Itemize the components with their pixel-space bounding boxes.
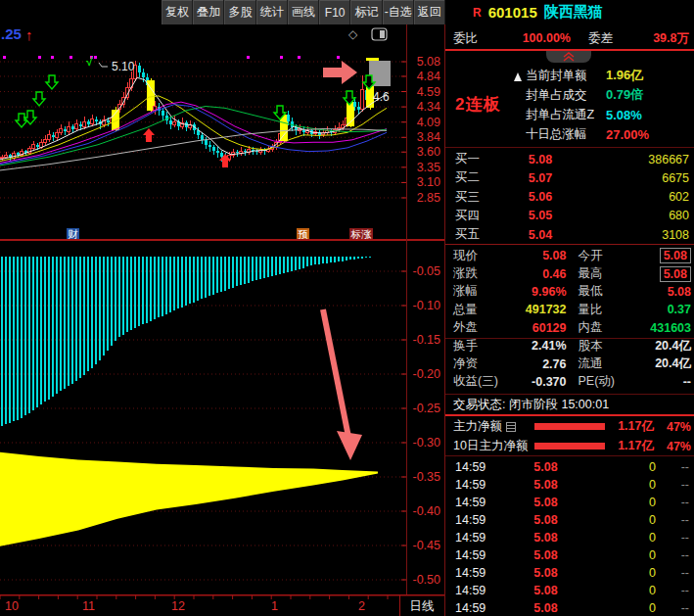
event-badge-label: 预 xyxy=(298,228,308,240)
value-axis-label: -0.05 xyxy=(413,264,441,278)
menu-button-3[interactable]: 多股 xyxy=(224,0,255,24)
quote-value: 431603 xyxy=(603,321,692,335)
bid-price: 5.06 xyxy=(506,190,575,204)
seal-value: 0.79倍 xyxy=(606,86,643,104)
quote-cell: 股本20.4亿 xyxy=(571,337,694,355)
candle-body xyxy=(353,102,356,106)
signal-dot xyxy=(298,56,301,59)
margin-flag: R xyxy=(473,6,482,20)
bid-price: 5.07 xyxy=(506,171,575,185)
tick-volume: 0 xyxy=(582,531,656,545)
quote-cell: 内盘431603 xyxy=(571,319,694,337)
value-axis-label: -0.35 xyxy=(413,470,441,484)
seal-label: 当前封单额 xyxy=(526,68,606,84)
quote-row: 涨幅9.96%最低5.08 xyxy=(445,283,694,301)
value-axis-label: -0.45 xyxy=(413,539,441,552)
candle-body xyxy=(212,147,215,151)
seal-info-row: 封单占流通Z5.08% xyxy=(526,105,642,124)
quote-value: 2.76 xyxy=(478,357,567,371)
tick-volume: 0 xyxy=(582,496,656,509)
seal-label: 封单占成交 xyxy=(526,87,606,104)
candle-body xyxy=(68,126,70,131)
main-net-10d-value: 1.17亿 xyxy=(605,438,654,454)
red-right-arrow xyxy=(323,61,357,84)
tick-price: 5.08 xyxy=(509,478,582,492)
quote-cell: 涨幅9.96% xyxy=(445,283,571,301)
quote-row: 外盘60129内盘431603 xyxy=(445,319,694,337)
tick-row: 14:595.080-- xyxy=(445,564,694,582)
period-label[interactable]: 日线 xyxy=(410,599,435,613)
main-net-10d-row: 10日主力净额 1.17亿 47% xyxy=(445,437,694,455)
quote-value: 0.37 xyxy=(603,303,692,316)
price-axis-label: 5.08 xyxy=(417,55,440,69)
seal-label: 封单占流通Z xyxy=(526,107,606,123)
candle-body xyxy=(32,145,35,149)
tick-volume: 0 xyxy=(582,584,656,597)
signal-dot xyxy=(51,56,54,59)
menu-button-6[interactable]: F10 xyxy=(319,0,350,24)
tick-type: -- xyxy=(656,478,689,492)
tick-price: 5.08 xyxy=(509,566,582,580)
candle-body xyxy=(220,153,223,157)
consecutive-board-badge: 2连板 xyxy=(455,93,500,116)
tick-volume: 0 xyxy=(582,601,656,615)
menu-button-8[interactable]: -自选 xyxy=(383,0,414,24)
divider xyxy=(445,394,694,395)
candle-body xyxy=(173,121,176,124)
candle-body xyxy=(36,145,39,147)
candle-body xyxy=(244,151,247,152)
menu-button-9[interactable]: 返回 xyxy=(414,0,445,24)
candle-body xyxy=(169,120,172,124)
tick-volume: 0 xyxy=(582,548,656,562)
menu-button-2[interactable]: 叠加 xyxy=(193,0,224,24)
price-axis-label: 4.34 xyxy=(417,100,440,114)
bid-label: 买二 xyxy=(455,169,506,186)
tick-price: 5.08 xyxy=(509,496,582,509)
trade-status-value: 闭市阶段 15:00:01 xyxy=(509,397,609,413)
candle-body xyxy=(79,124,82,126)
seal-info-row: 十日总涨幅27.00% xyxy=(526,124,649,144)
prev-close-label: 4.6 xyxy=(373,90,390,104)
seal-value: 5.08% xyxy=(606,108,642,122)
divider xyxy=(445,244,694,245)
candle-body xyxy=(64,129,67,131)
bid-row-1: 买一5.08386667 xyxy=(445,150,694,168)
menu-button-5[interactable]: 画线 xyxy=(288,0,319,24)
candle-body xyxy=(142,72,145,77)
quote-cell: 收益(三)-0.370 xyxy=(445,373,571,391)
tick-price: 5.08 xyxy=(509,531,582,545)
quote-cell: 最低5.08 xyxy=(571,283,694,301)
quote-cell: 涨跌0.46 xyxy=(445,264,571,282)
quote-label: 量比 xyxy=(578,302,603,318)
signal-dot xyxy=(337,56,340,59)
menu-button-4[interactable]: 统计 xyxy=(256,0,288,24)
quote-value: -- xyxy=(615,375,691,389)
candle-body xyxy=(107,120,110,122)
candle-body xyxy=(216,151,219,153)
trade-status-label: 交易状态: xyxy=(453,397,505,413)
quote-row: 现价5.08今开5.08 xyxy=(445,247,694,264)
tick-row: 14:595.080-- xyxy=(445,458,694,476)
bid-volume: 6675 xyxy=(575,171,689,185)
signal-dot xyxy=(280,56,283,59)
candle-body xyxy=(44,140,47,142)
event-badge-label: 财 xyxy=(68,228,78,240)
quote-label: 股本 xyxy=(578,338,603,355)
tick-time: 14:59 xyxy=(455,566,509,580)
weicha-label: 委差 xyxy=(571,30,637,47)
signal-dot xyxy=(69,56,72,59)
detail-list-icon[interactable] xyxy=(506,422,516,432)
bid-label: 买一 xyxy=(455,151,506,167)
quote-row: 总量491732量比0.37 xyxy=(445,301,694,318)
quote-label: 今开 xyxy=(578,248,603,264)
main-net-label: 主力净额 xyxy=(453,418,502,435)
kline-chart-area[interactable]: .25↑√5.104.6◇财预标涨5.084.844.594.344.093.8… xyxy=(0,24,444,616)
tick-type: -- xyxy=(656,584,689,597)
menu-button-1[interactable]: 复权 xyxy=(162,0,193,24)
quote-cell: PE(动)-- xyxy=(571,373,694,391)
peak-price-label: 5.10 xyxy=(112,60,135,73)
quote-label: 净资 xyxy=(453,355,478,372)
xaxis-border xyxy=(0,594,444,596)
bid-volume: 386667 xyxy=(575,153,689,166)
menu-button-7[interactable]: 标记 xyxy=(350,0,382,24)
